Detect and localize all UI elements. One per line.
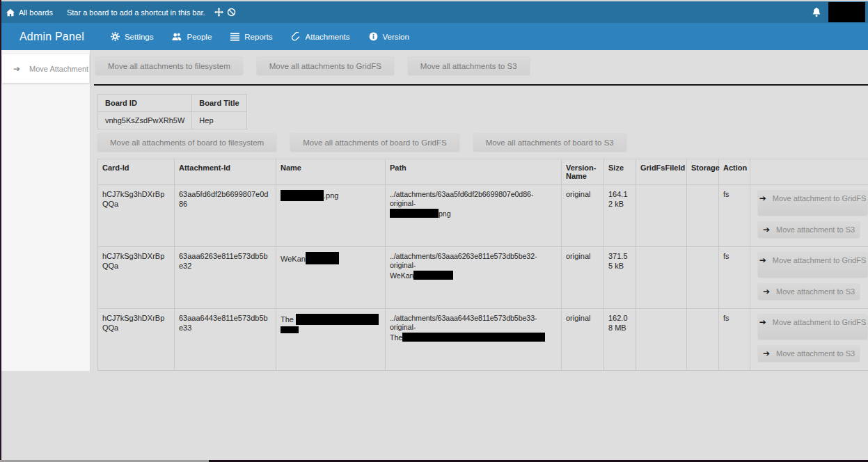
path-cell: ../attachments/63aaa6443e811e573db5be33-… (386, 309, 562, 371)
attachments-table: Card-IdAttachment-IdNamePathVersion-Name… (97, 159, 868, 371)
admin-nav-menu: SettingsPeopleReportsAttachmentsVersion (111, 32, 428, 41)
column-header-gridfsfileid: GridFsFileId (636, 159, 687, 185)
all-boards-link[interactable]: All boards (6, 8, 53, 17)
move-all-attachments-of-board-to-s3-button[interactable]: Move all attachments of board to S3 (473, 134, 626, 152)
sidebar-item-label: Move Attachment (29, 65, 88, 73)
shortcut-hint-text: Star a board to add a shortcut in this b… (67, 8, 205, 17)
move-all-attachments-of-board-to-gridfs-button[interactable]: Move all attachments of board to GridFS (290, 134, 459, 152)
window-edge-left (0, 0, 1, 462)
arrow-right-icon: ➔ (763, 225, 770, 234)
action-cell: fs (719, 309, 750, 371)
arrow-right-icon: ➔ (13, 64, 20, 74)
move-attachment-to-s3-button[interactable]: ➔Move attachment to S3 (758, 284, 860, 300)
nav-item-label: Version (383, 33, 409, 41)
admin-navbar: Admin Panel SettingsPeopleReportsAttachm… (0, 23, 868, 50)
column-header-version-name: Version-Name (562, 159, 604, 185)
topbar: All boards Star a board to add a shortcu… (0, 1, 868, 23)
sidebar-item-move-attachment[interactable]: ➔ Move Attachment (2, 54, 89, 83)
attachment-row: hCJ7kSg3hDXrBpQQa63aaa6263e811e573db5be3… (98, 247, 868, 309)
action-cell: fs (719, 247, 750, 309)
column-header-actions (750, 159, 868, 185)
board-title-header: Board Title (192, 95, 246, 112)
redacted-text (306, 252, 339, 264)
board-table: Board ID Board Title vnhg5KsZsdPwXRh5W H… (97, 94, 247, 129)
move-all-attachments-to-gridfs-button[interactable]: Move all attachments to GridFS (257, 57, 394, 75)
storage-cell (687, 309, 719, 371)
arrow-right-icon: ➔ (759, 255, 766, 265)
card-id-cell: hCJ7kSg3hDXrBpQQa (98, 309, 175, 371)
board-id-cell: vnhg5KsZsdPwXRh5W (98, 112, 192, 129)
size-cell: 164.12 kB (604, 185, 636, 247)
arrow-right-icon: ➔ (759, 317, 766, 327)
move-all-attachments-to-filesystem-button[interactable]: Move all attachments to filesystem (95, 57, 243, 75)
all-boards-label: All boards (19, 8, 53, 17)
attachment-id-cell: 63aa5fd6df2b6699807e0d86 (175, 185, 276, 247)
card-id-cell: hCJ7kSg3hDXrBpQQa (98, 247, 175, 309)
move-attachment-to-gridfs-button[interactable]: ➔Move attachment to GridFS (758, 191, 867, 216)
nav-item-reports[interactable]: Reports (230, 33, 272, 41)
ban-icon[interactable] (227, 8, 236, 17)
row-actions-cell: ➔Move attachment to GridFS➔Move attachme… (750, 309, 868, 371)
arrow-right-icon: ➔ (759, 193, 766, 203)
wekan-admin-panel-screen: All boards Star a board to add a shortcu… (0, 0, 868, 462)
path-cell: ../attachments/63aaa6263e811e573db5be32-… (386, 247, 562, 309)
path-cell: ../attachments/63aa5fd6df2b6699807e0d86-… (386, 185, 562, 247)
size-cell: 162.08 MB (604, 309, 636, 371)
action-cell: fs (719, 185, 750, 247)
info-icon (369, 32, 378, 41)
nav-item-version[interactable]: Version (369, 32, 409, 41)
shortcut-hint: Star a board to add a shortcut in this b… (67, 8, 236, 17)
gridfsfileid-cell (636, 309, 687, 371)
card-id-cell: hCJ7kSg3hDXrBpQQa (98, 185, 175, 247)
nav-item-label: Settings (125, 33, 154, 41)
window-edge-top (0, 0, 868, 1)
home-icon (6, 8, 15, 17)
column-header-path: Path (386, 159, 562, 185)
column-header-name: Name (276, 159, 386, 185)
nav-item-label: Attachments (306, 33, 350, 41)
move-all-attachments-of-board-to-filesystem-button[interactable]: Move all attachments of board to filesys… (97, 134, 276, 152)
column-header-storage: Storage (687, 159, 719, 185)
gear-icon (111, 32, 120, 41)
global-move-buttons: Move all attachments to filesystemMove a… (95, 57, 868, 75)
nav-item-label: People (187, 33, 212, 41)
redacted-text (402, 333, 545, 342)
column-header-card-id: Card-Id (98, 159, 175, 185)
attachment-row: hCJ7kSg3hDXrBpQQa63aaa6443e811e573db5be3… (98, 309, 868, 371)
attachment-id-cell: 63aaa6263e811e573db5be32 (175, 247, 276, 309)
redacted-user-menu[interactable] (828, 2, 865, 22)
move-attachment-to-gridfs-button[interactable]: ➔Move attachment to GridFS (758, 314, 867, 340)
storage-cell (687, 185, 719, 247)
storage-cell (687, 247, 719, 309)
move-attachment-to-s3-button[interactable]: ➔Move attachment to S3 (758, 346, 860, 362)
nav-item-people[interactable]: People (172, 32, 212, 41)
attachments-admin-content: Move all attachments to filesystemMove a… (90, 50, 868, 462)
bell-icon[interactable] (809, 5, 824, 20)
table-row: vnhg5KsZsdPwXRh5W Hep (98, 112, 247, 129)
column-header-action: Action (719, 159, 750, 185)
column-header-size: Size (604, 159, 636, 185)
arrow-right-icon: ➔ (763, 349, 770, 358)
nav-item-settings[interactable]: Settings (111, 32, 154, 41)
version-name-cell: original (562, 185, 604, 247)
redacted-text (281, 326, 299, 333)
sidebar: ➔ Move Attachment (1, 50, 90, 371)
page-title: Admin Panel (19, 31, 84, 43)
redacted-text (390, 209, 439, 218)
board-id-header: Board ID (98, 95, 192, 112)
nav-item-attachments[interactable]: Attachments (292, 32, 350, 41)
redacted-text (281, 190, 324, 201)
move-icon[interactable] (214, 8, 223, 17)
list-icon (230, 33, 239, 41)
move-all-attachments-to-s3-button[interactable]: Move all attachments to S3 (408, 57, 530, 75)
move-attachment-to-gridfs-button[interactable]: ➔Move attachment to GridFS (758, 253, 867, 278)
row-actions-cell: ➔Move attachment to GridFS➔Move attachme… (750, 185, 868, 247)
size-cell: 371.55 kB (604, 247, 636, 309)
redacted-text (413, 271, 453, 280)
board-move-buttons: Move all attachments of board to filesys… (97, 134, 868, 152)
column-header-attachment-id: Attachment-Id (175, 159, 276, 185)
row-actions-cell: ➔Move attachment to GridFS➔Move attachme… (750, 247, 868, 309)
move-attachment-to-s3-button[interactable]: ➔Move attachment to S3 (758, 222, 860, 238)
gridfsfileid-cell (636, 185, 687, 247)
paperclip-icon (292, 32, 301, 41)
